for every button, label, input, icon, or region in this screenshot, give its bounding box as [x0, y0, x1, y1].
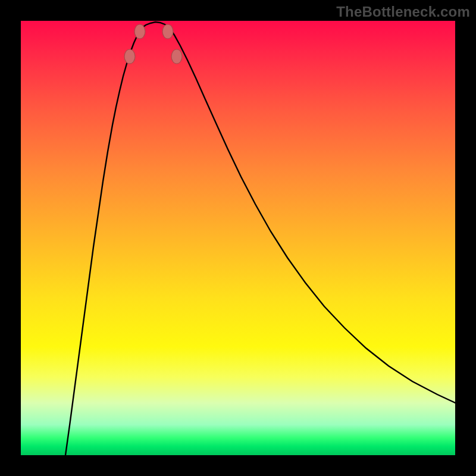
right-upper-dot: [171, 49, 182, 64]
right-lower-dot: [162, 24, 173, 39]
chart-frame: TheBottleneck.com: [0, 0, 476, 476]
bottleneck-curve: [65, 22, 455, 455]
left-upper-dot: [124, 49, 135, 64]
curve-layer: [21, 21, 455, 455]
watermark-text: TheBottleneck.com: [336, 4, 470, 20]
plot-area: [21, 21, 455, 455]
left-lower-dot: [134, 24, 145, 39]
